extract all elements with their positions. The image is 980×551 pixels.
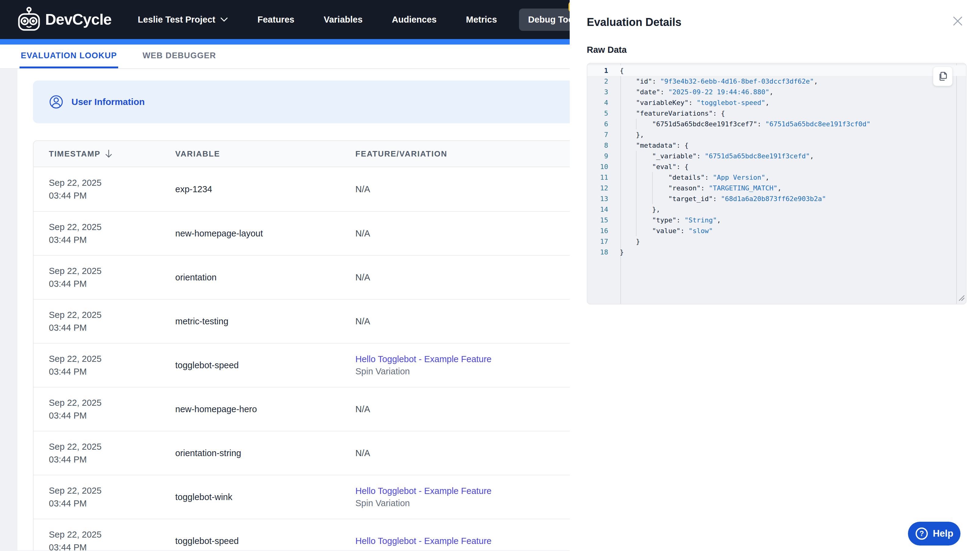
brand-name: DevCycle <box>45 11 111 29</box>
timestamp-cell: Sep 22, 202503:44 PM <box>33 484 175 510</box>
table-header-row: TIMESTAMP VARIABLE FEATURE/VARIATION <box>33 141 589 167</box>
evaluation-details-drawer: Evaluation Details Raw Data 1{2 "id": "9… <box>570 0 980 551</box>
timestamp-cell: Sep 22, 202503:44 PM <box>33 308 175 334</box>
tab-web-debugger[interactable]: WEB DEBUGGER <box>142 44 217 68</box>
table-row[interactable]: Sep 22, 202503:44 PMexp-1234N/A <box>33 167 589 211</box>
code-line: 8 "metadata": { <box>587 140 966 151</box>
code-text: "metadata": { <box>615 140 689 151</box>
tab-evaluation-lookup[interactable]: EVALUATION LOOKUP <box>19 44 118 68</box>
feature-variation-cell: Hello Togglebot - Example Feature <box>355 535 589 547</box>
line-number: 13 <box>587 194 615 204</box>
feature-link[interactable]: Hello Togglebot - Example Feature <box>355 353 589 365</box>
table-row[interactable]: Sep 22, 202503:44 PMnew-homepage-heroN/A <box>33 387 589 431</box>
feature-variation-header-label: FEATURE/VARIATION <box>355 149 447 159</box>
code-text: "value": "slow" <box>615 225 713 236</box>
line-number: 1 <box>587 65 615 76</box>
code-line: 17 } <box>587 236 966 247</box>
line-number: 14 <box>587 204 615 215</box>
project-selector[interactable]: Leslie Test Project <box>138 15 228 25</box>
timestamp-date: Sep 22, 2025 <box>49 396 175 409</box>
table-row[interactable]: Sep 22, 202503:44 PMorientationN/A <box>33 255 589 299</box>
feature-variation-cell: Hello Togglebot - Example FeatureSpin Va… <box>355 353 589 377</box>
chevron-down-icon <box>220 17 228 22</box>
nav-item-variables[interactable]: Variables <box>324 15 363 25</box>
column-header-feature-variation[interactable]: FEATURE/VARIATION <box>355 149 589 159</box>
copy-code-button[interactable] <box>933 67 953 86</box>
evaluation-table: TIMESTAMP VARIABLE FEATURE/VARIATION Sep… <box>33 140 589 550</box>
variation-label: Spin Variation <box>355 497 589 509</box>
line-number: 11 <box>587 172 615 183</box>
feature-variation-cell: N/A <box>355 404 589 414</box>
na-label: N/A <box>355 184 589 194</box>
code-line: 14 }, <box>587 204 966 215</box>
code-line: 18} <box>587 247 966 257</box>
user-information-panel[interactable]: User Information <box>33 81 579 123</box>
code-text: "type": "String", <box>615 215 721 225</box>
timestamp-header-label: TIMESTAMP <box>49 149 100 159</box>
code-line: 10 "eval": { <box>587 161 966 172</box>
na-label: N/A <box>355 316 589 326</box>
code-line: 9 "_variable": "6751d5a65bdc8ee191f3cefd… <box>587 151 966 161</box>
line-number: 17 <box>587 236 615 247</box>
code-text: "id": "9f3e4b32-6ebb-4d16-8bef-03dccf3df… <box>615 76 818 87</box>
code-line: 2 "id": "9f3e4b32-6ebb-4d16-8bef-03dccf3… <box>587 76 966 87</box>
timestamp-time: 03:44 PM <box>49 189 175 202</box>
nav-menu: Leslie Test Project FeaturesVariablesAud… <box>138 8 590 31</box>
line-number: 10 <box>587 161 615 172</box>
table-row[interactable]: Sep 22, 202503:44 PMorientation-stringN/… <box>33 431 589 475</box>
variable-cell: exp-1234 <box>175 184 355 194</box>
variation-label: Spin Variation <box>355 365 589 377</box>
column-header-variable[interactable]: VARIABLE <box>175 149 355 159</box>
feature-link[interactable]: Hello Togglebot - Example Feature <box>355 535 589 547</box>
line-number: 9 <box>587 151 615 161</box>
nav-links: FeaturesVariablesAudiencesMetrics <box>258 15 497 25</box>
code-line: 1{ <box>587 65 966 76</box>
variable-cell: orientation-string <box>175 448 355 458</box>
devcycle-robot-icon <box>17 7 41 32</box>
devcycle-logo[interactable]: DevCycle <box>17 7 111 32</box>
table-row[interactable]: Sep 22, 202503:44 PMmetric-testingN/A <box>33 299 589 343</box>
sort-descending-icon <box>105 149 113 158</box>
table-row[interactable]: Sep 22, 202503:44 PMtogglebot-winkHello … <box>33 475 589 519</box>
code-line: 11 "details": "App Version", <box>587 172 966 183</box>
table-row[interactable]: Sep 22, 202503:44 PMtogglebot-speedHello… <box>33 343 589 387</box>
line-number: 2 <box>587 76 615 87</box>
variable-cell: new-homepage-layout <box>175 229 355 238</box>
close-icon <box>952 15 964 27</box>
raw-data-heading: Raw Data <box>587 45 980 55</box>
help-button[interactable]: ? Help <box>908 522 961 546</box>
timestamp-date: Sep 22, 2025 <box>49 440 175 453</box>
timestamp-date: Sep 22, 2025 <box>49 308 175 321</box>
line-number: 8 <box>587 140 615 151</box>
na-label: N/A <box>355 404 589 414</box>
variable-cell: orientation <box>175 272 355 283</box>
variable-cell: togglebot-wink <box>175 492 355 502</box>
feature-variation-cell: Hello Togglebot - Example FeatureSpin Va… <box>355 485 589 509</box>
nav-item-metrics[interactable]: Metrics <box>466 15 497 25</box>
project-name: Leslie Test Project <box>138 15 215 25</box>
variable-header-label: VARIABLE <box>175 149 220 159</box>
feature-link[interactable]: Hello Togglebot - Example Feature <box>355 485 589 497</box>
code-lines: 1{2 "id": "9f3e4b32-6ebb-4d16-8bef-03dcc… <box>587 64 966 257</box>
timestamp-time: 03:44 PM <box>49 365 175 378</box>
table-row[interactable]: Sep 22, 202503:44 PMnew-homepage-layoutN… <box>33 211 589 255</box>
feature-variation-cell: N/A <box>355 229 589 238</box>
timestamp-date: Sep 22, 2025 <box>49 176 175 189</box>
table-row[interactable]: Sep 22, 202503:44 PMtogglebot-speedHello… <box>33 519 589 550</box>
na-label: N/A <box>355 229 589 238</box>
svg-text:?: ? <box>920 529 924 538</box>
line-number: 4 <box>587 97 615 108</box>
timestamp-cell: Sep 22, 202503:44 PM <box>33 353 175 378</box>
column-header-timestamp[interactable]: TIMESTAMP <box>33 149 175 159</box>
user-icon <box>49 95 64 109</box>
close-drawer-button[interactable] <box>951 14 965 29</box>
table-body: Sep 22, 202503:44 PMexp-1234N/ASep 22, 2… <box>33 167 589 550</box>
resize-handle[interactable] <box>957 293 965 303</box>
nav-item-features[interactable]: Features <box>258 15 294 25</box>
variable-cell: togglebot-speed <box>175 360 355 370</box>
nav-item-audiences[interactable]: Audiences <box>392 15 437 25</box>
code-text: }, <box>615 204 660 215</box>
timestamp-cell: Sep 22, 202503:44 PM <box>33 221 175 246</box>
code-line: 6 "6751d5a65bdc8ee191f3cef7": "6751d5a65… <box>587 119 966 129</box>
timestamp-time: 03:44 PM <box>49 277 175 290</box>
